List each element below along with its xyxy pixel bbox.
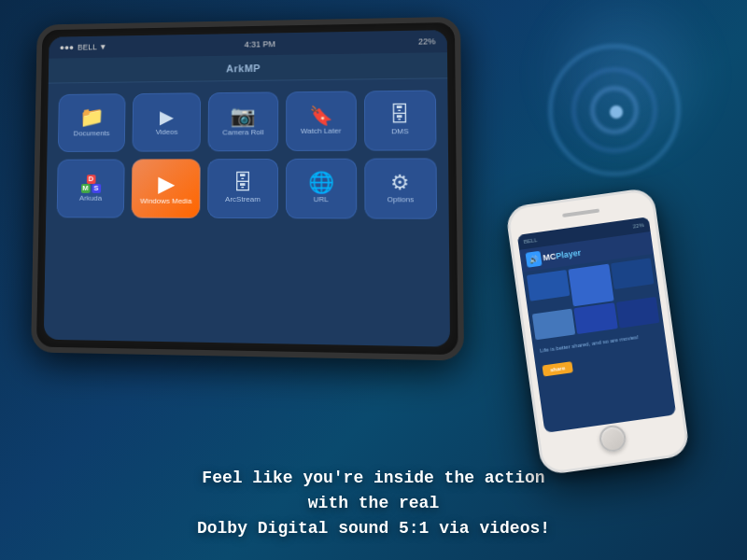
app-icon-watch-later[interactable]: 🔖 Watch Later [286,91,357,150]
tagline-line1: Feel like you're inside the action [0,466,747,491]
phone-content: Life is better shared, and so are movies… [522,254,669,385]
app-icon-options[interactable]: ⚙ Options [364,158,437,218]
wifi-glow-background [532,0,719,168]
arcstream-icon: 🗄 [233,173,253,193]
tablet-screen: ●●● BELL ▼ 4:31 PM 22% ArkMP 📁 Documents [44,30,450,347]
bookmark-icon: 🔖 [309,106,332,125]
app-icon-camera-roll[interactable]: 📷 Camera Roll [208,91,278,151]
status-dots: ●●● [60,43,75,52]
phone-tile-6 [616,297,660,329]
phone-speaker [562,208,599,217]
phone-screen: BELL 22% 🔊 MCPlayer Li [517,217,676,433]
app-grid: 📁 Documents ▶ Videos 📷 Camera Roll 🔖 Wat… [46,78,449,231]
phone-tile-2 [569,264,613,307]
app-icon-arcstream[interactable]: 🗄 ArcStream [207,159,277,218]
status-battery: 22% [418,36,436,46]
arkuda-letters: D M S [81,175,101,193]
app-icon-url[interactable]: 🌐 URL [286,159,357,219]
winmedia-icon: ▶ [158,171,175,197]
phone-tile-grid [527,258,659,340]
tagline-line2: with the real [0,491,747,516]
tagline-line3: Dolby Digital sound 5:1 via videos! [0,516,747,541]
app-icon-arkuda[interactable]: D M S Arkuda [57,160,125,218]
phone-tile-5 [574,302,618,334]
phone-battery: 22% [632,222,644,230]
globe-icon: 🌐 [308,173,333,193]
camera-icon: 📷 [231,106,256,127]
phone-tile-1 [527,270,571,301]
videos-icon: ▶ [160,107,174,126]
wifi-signal-icon [532,28,700,196]
phone-home-button[interactable] [598,424,627,454]
app-icon-videos[interactable]: ▶ Videos [133,92,202,151]
bottom-tagline: Feel like you're inside the action with … [0,466,747,541]
app-icon-dms[interactable]: 🗄 DMS [364,91,437,151]
app-title: ArkMP [226,63,261,74]
status-carrier: ●●● BELL ▼ [60,42,107,51]
app-icon-windows-media[interactable]: ▶ Windows Media [132,159,201,218]
mcplayer-icon: 🔊 [526,251,543,268]
phone-carrier: BELL [523,237,537,245]
phone-tile-3 [611,258,655,289]
carrier-text: BELL ▼ [78,42,107,51]
mcplayer-name: MCPlayer [543,248,582,263]
tablet-device: ●●● BELL ▼ 4:31 PM 22% ArkMP 📁 Documents [28,19,458,355]
database-icon: 🗄 [389,105,411,125]
documents-icon: 📁 [79,107,104,128]
phone-tile-4 [532,309,576,341]
status-time: 4:31 PM [245,39,275,49]
app-icon-documents[interactable]: 📁 Documents [58,93,126,152]
phone-share-button[interactable]: share [543,362,573,377]
gear-icon: ⚙ [390,173,410,193]
phone-device: BELL 22% 🔊 MCPlayer Li [505,187,691,475]
